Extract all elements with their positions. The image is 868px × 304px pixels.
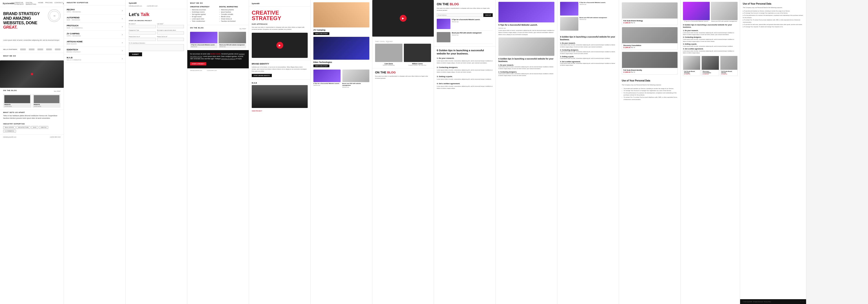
hero-image xyxy=(0,60,64,88)
engagement-input[interactable] xyxy=(129,31,156,34)
tag-architecture[interactable]: ARCHITECTURE xyxy=(17,126,30,129)
product-row-card-2[interactable]: Discovery Consultation $ 2,800.00 xyxy=(702,56,719,76)
nav-contact[interactable]: CONTACT xyxy=(55,2,63,5)
tag-real-estate[interactable]: REAL ESTATE xyxy=(3,126,16,129)
product-card-brand-body: Full Scale Brand Strategy. $ 4,800.00 Pe… xyxy=(622,19,678,25)
contact-email: hello@systemb5.com xyxy=(129,5,142,7)
list-item-protouch[interactable]: PROTOUCH WEB E-COMMERCE › xyxy=(64,23,125,31)
our-approach-label: OUR APPROACH xyxy=(249,21,310,26)
on-blog-title: ON THE BLOG xyxy=(375,71,431,74)
blog-card-2[interactable]: Boost your ROI with website management W… xyxy=(219,32,246,48)
product-card-brand-price: $ 4,800.00 Per Yr xyxy=(623,22,676,24)
form-email: Please Enter me at* xyxy=(129,36,156,41)
golden-tips-title: 6 Golden tips in launching a successful … xyxy=(437,49,493,55)
blog-full-section: ON THE BLOG Duis aute irure dolor in rep… xyxy=(434,0,495,46)
recpay-name: RECPAY xyxy=(67,8,81,11)
blog-signup-button[interactable]: SIGN UP xyxy=(483,13,493,17)
last-name-input[interactable] xyxy=(157,25,184,28)
nav-digital-marketing[interactable]: DIGITAL MARKETING xyxy=(26,2,36,5)
blog-post-1-title: WEBSITE xyxy=(4,104,30,106)
eden-tech-view-btn[interactable]: VIEW CASE STUDY xyxy=(313,64,330,67)
zvcamping-tags: APPS BRANDING xyxy=(67,35,81,36)
creative-strategy-col: CREATIVE STRATEGY Maecenas accumsan Scel… xyxy=(190,6,217,23)
mini-blog-2-img xyxy=(342,70,370,82)
product-card-discovery[interactable]: Discovery Consultation $ 2,800.00 Per Yr xyxy=(622,27,678,50)
bullet-3: To contact You: To contact You by email,… xyxy=(622,96,678,101)
zv-camping-view-btn[interactable]: VIEW CASE STUDY xyxy=(313,32,330,35)
blog-email-input[interactable] xyxy=(437,13,483,17)
team-name-2: William Jones xyxy=(404,63,431,64)
blog-card-1[interactable]: 5 Tips for a Successful Website Launch. … xyxy=(190,32,217,48)
product-row-card-1[interactable]: Full Scale Brand Strategy. $ 4,800.00 xyxy=(683,56,700,76)
panel-services: 5 Tips for a Successful Website Launch. … xyxy=(557,0,619,304)
brand-identity-block: BRAND IDENTITY Iudicibus per in his temp… xyxy=(249,60,310,79)
start-brand-identity-button[interactable]: START BRAND IDENTITY xyxy=(252,74,272,77)
nav-creative-strategy[interactable]: CREATIVE STRATEGY xyxy=(14,2,24,5)
nav-pricing[interactable]: PRICING xyxy=(45,2,53,5)
product-card-brand-strategy[interactable]: Full Scale Brand Strategy. $ 4,800.00 Pe… xyxy=(622,2,678,25)
product-row-card-1-title: Full Scale Brand Strategy. xyxy=(684,71,699,74)
cs-item-3: Mi eget mauris xyxy=(190,16,217,18)
product-card-discovery-title: Discovery Consultation xyxy=(623,45,676,46)
form-email-row: Please Enter me at* Please Call me at* xyxy=(129,36,184,41)
final-footer-text: © 2022 SystemB5 · All Rights Reserved · … xyxy=(743,301,771,302)
blog-cards-list: 5 Tips for a Successful Website Launch. … xyxy=(437,19,493,44)
nav-home[interactable]: HOME xyxy=(38,2,43,5)
product-card-brand-identity-img xyxy=(622,52,678,68)
phone-input[interactable] xyxy=(157,38,184,41)
tag-saas[interactable]: SAAS xyxy=(31,126,38,129)
arrow-left-icon[interactable]: ‹ xyxy=(800,300,801,303)
product-row-card-1-img xyxy=(683,56,700,70)
mini-blog-card-1[interactable]: 5 Tips for a Successful Website Launch. … xyxy=(313,70,341,88)
first-name-input[interactable] xyxy=(129,25,156,28)
blog-card-2-title: Boost your ROI with website management xyxy=(219,44,245,46)
autofrend-tag-0: WEB xyxy=(67,19,70,21)
all-posts-link[interactable]: ALL POST xyxy=(54,90,61,92)
service-step-4-text: Lorem ipsum dolor sit amet, consectetur … xyxy=(560,62,616,66)
list-item-artisan[interactable]: ARTISAN HOME WEB DESIGN › xyxy=(64,39,125,47)
blog-thumb-2-body: Boost your ROI with website management W… xyxy=(580,17,616,31)
budget-input[interactable] xyxy=(157,31,184,34)
arrow-right-icon[interactable]: › xyxy=(803,300,803,303)
cs-item-5: Tortor condimentum xyxy=(190,20,217,22)
services-blog-thumbnails: 5 Tips for a Successful Website Launch. … xyxy=(557,0,619,34)
blog-list-card-1[interactable]: 5 Tips for a Successful Website Launch. … xyxy=(437,19,493,31)
message-input[interactable] xyxy=(129,44,184,51)
blog-list-card-2[interactable]: Boost your ROI with website management W… xyxy=(437,32,493,44)
scroll-arrows[interactable]: ‹ › xyxy=(800,300,803,303)
start-project-button[interactable]: START A PROJECT xyxy=(190,62,206,65)
product-row-card-3-title: Full Scale Brand Identity xyxy=(721,71,737,74)
list-item-zvcamping[interactable]: ZV CAMPING APPS BRANDING › xyxy=(64,31,125,39)
on-the-blog-title: ON THE BLOG xyxy=(3,90,17,91)
protouch-tag-1: E-COMMERCE xyxy=(71,27,83,29)
product-row-card-3[interactable]: Full Scale Brand Identity $ 3,800.00 xyxy=(720,56,738,76)
product-card-brand-identity[interactable]: Full Scale Brand Identity $ 3,800.00 Per… xyxy=(622,52,678,75)
submit-button[interactable]: Submit xyxy=(129,52,142,56)
tag-ecommerce[interactable]: E-COMMERCE xyxy=(3,130,16,133)
list-item-recpay[interactable]: RECPAY APPS BRANDING › xyxy=(64,7,125,15)
list-item-mab[interactable]: M.A.B HELLO COMMERCE › xyxy=(64,55,125,63)
video-play-button[interactable]: ▶ xyxy=(400,15,407,22)
services-tips-title: 6 Golden tips in launching a successful … xyxy=(560,36,616,41)
what-we-do-title: WHAT WE DO xyxy=(3,55,61,57)
mini-blog-card-2[interactable]: Boost your ROI with website management W… xyxy=(342,70,370,88)
product-card-brand-title: Full Scale Brand Strategy. xyxy=(623,20,676,22)
tip-2-text: Lorem ipsum dolor sit amet, consectetur … xyxy=(437,69,493,73)
on-blog-desc: Duis aute irure dolor in reprehenderit i… xyxy=(375,75,431,79)
blog-post-1[interactable]: WEBSITE LEARN MORE xyxy=(3,94,31,108)
thumb-2 xyxy=(711,2,738,20)
what-sets-apart-section: WHAT SETS US APART Tellus in hac habitas… xyxy=(0,110,64,121)
partner-logo-4 xyxy=(46,49,52,50)
service-step-1-title: 1. Do your research. xyxy=(560,42,616,44)
all-post-link[interactable]: ALL POST xyxy=(240,28,246,29)
list-item-edentech[interactable]: EDENTECH BRAND STRATEGY › xyxy=(64,47,125,55)
product-row-card-1-price: $ 4,800.00 xyxy=(684,74,699,75)
product-card-brand-identity-title: Full Scale Brand Identity xyxy=(623,69,676,71)
tag-cbd[interactable]: CBD/THC xyxy=(39,126,49,129)
view-project-link[interactable]: VIEW PROJECT xyxy=(252,110,262,112)
partners-label: HELLO PARTNERS xyxy=(3,49,18,50)
play-button[interactable]: ▶ xyxy=(276,42,283,49)
list-item-autofrend[interactable]: AUTOFREND WEB BRANDING › xyxy=(64,15,125,23)
blog-post-2[interactable]: WEBSITE LEARN MORE xyxy=(33,94,61,108)
email-input[interactable] xyxy=(129,38,156,41)
